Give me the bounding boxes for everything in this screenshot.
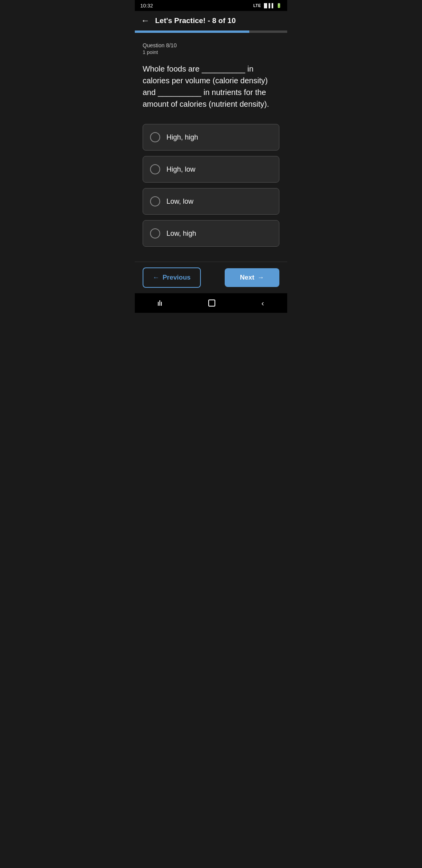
option-label-high-high: High, high (166, 133, 198, 142)
options-container: High, high High, low Low, low Low, high (143, 124, 279, 247)
status-bar: 10:32 LTE ▐▌▌▌ 🔋 (135, 0, 287, 11)
previous-arrow-icon: ← (153, 274, 159, 282)
header: ← Let's Practice! - 8 of 10 (135, 11, 287, 30)
option-label-low-low: Low, low (166, 197, 193, 206)
recents-button[interactable] (158, 300, 162, 306)
radio-low-low[interactable] (150, 196, 160, 206)
option-high-low[interactable]: High, low (143, 156, 279, 183)
next-arrow-icon: → (257, 274, 264, 282)
status-icons: LTE ▐▌▌▌ 🔋 (253, 3, 282, 8)
question-points: 1 point (143, 49, 279, 55)
system-nav-bar: ‹ (135, 293, 287, 313)
option-label-low-high: Low, high (166, 230, 196, 238)
radio-high-high[interactable] (150, 132, 160, 142)
option-low-low[interactable]: Low, low (143, 188, 279, 215)
previous-button[interactable]: ← Previous (143, 267, 201, 288)
battery-icon: 🔋 (276, 3, 282, 8)
status-time: 10:32 (140, 3, 153, 9)
lte-icon: LTE (253, 4, 261, 8)
question-number: Question 8/10 (143, 42, 279, 48)
home-button[interactable] (208, 299, 215, 307)
header-title: Let's Practice! - 8 of 10 (155, 16, 236, 25)
option-low-high[interactable]: Low, high (143, 220, 279, 247)
back-button[interactable]: ← (141, 16, 150, 25)
option-label-high-low: High, low (166, 165, 195, 174)
next-label: Next (240, 274, 254, 282)
radio-low-high[interactable] (150, 228, 160, 239)
next-button[interactable]: Next → (225, 268, 279, 287)
question-text: Whole foods are __________ in calories p… (143, 63, 279, 110)
signal-icon: ▐▌▌▌ (263, 3, 275, 8)
option-high-high[interactable]: High, high (143, 124, 279, 151)
question-meta: Question 8/10 1 point (143, 42, 279, 61)
radio-high-low[interactable] (150, 164, 160, 174)
back-system-button[interactable]: ‹ (261, 299, 264, 308)
bottom-nav: ← Previous Next → (135, 262, 287, 293)
main-content: Question 8/10 1 point Whole foods are __… (135, 33, 287, 262)
previous-label: Previous (163, 274, 191, 282)
